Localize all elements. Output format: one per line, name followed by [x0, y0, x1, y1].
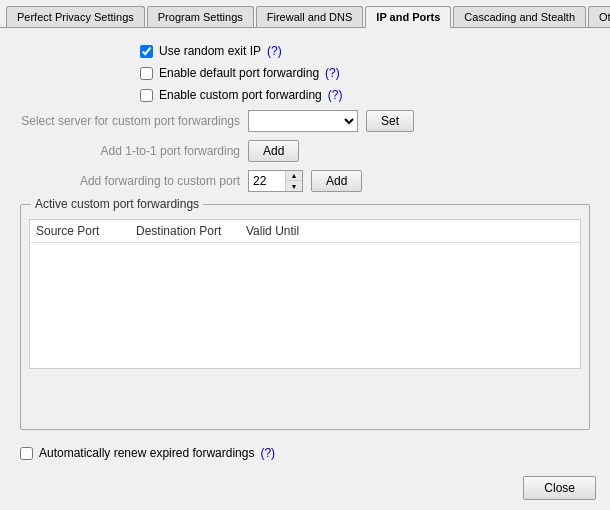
enable-custom-port-label: Enable custom port forwarding: [159, 88, 322, 102]
table-header: Source Port Destination Port Valid Until: [30, 220, 580, 243]
add-1to1-row: Add 1-to-1 port forwarding Add: [20, 140, 590, 162]
default-port-row: Enable default port forwarding (?): [140, 66, 590, 80]
tab-perfect-privacy-settings[interactable]: Perfect Privacy Settings: [6, 6, 145, 27]
footer: Close: [0, 470, 610, 510]
auto-renew-checkbox[interactable]: [20, 447, 33, 460]
enable-default-port-checkbox[interactable]: [140, 67, 153, 80]
custom-port-row: Enable custom port forwarding (?): [140, 88, 590, 102]
col-destination-port: Destination Port: [136, 224, 246, 238]
use-random-exit-checkbox[interactable]: [140, 45, 153, 58]
col-source-port: Source Port: [36, 224, 136, 238]
window: Perfect Privacy Settings Program Setting…: [0, 0, 610, 510]
group-legend: Active custom port forwardings: [31, 197, 203, 211]
server-select-row: Select server for custom port forwarding…: [20, 110, 590, 132]
enable-custom-port-checkbox[interactable]: [140, 89, 153, 102]
random-exit-help[interactable]: (?): [267, 44, 282, 58]
port-value-input[interactable]: [249, 171, 285, 191]
col-valid-until: Valid Until: [246, 224, 574, 238]
add-custom-port-label: Add forwarding to custom port: [20, 174, 240, 188]
add-1to1-label: Add 1-to-1 port forwarding: [20, 144, 240, 158]
use-random-exit-label: Use random exit IP: [159, 44, 261, 58]
tab-ip-and-ports[interactable]: IP and Ports: [365, 6, 451, 28]
auto-renew-row: Automatically renew expired forwardings …: [20, 446, 590, 460]
content-area: Use random exit IP (?) Enable default po…: [0, 28, 610, 470]
add-1to1-button[interactable]: Add: [248, 140, 299, 162]
forwardings-table: Source Port Destination Port Valid Until: [29, 219, 581, 369]
add-custom-port-row: Add forwarding to custom port ▲ ▼ Add: [20, 170, 590, 192]
spin-down-button[interactable]: ▼: [286, 181, 302, 191]
tab-other[interactable]: Other: [588, 6, 610, 27]
server-select-label: Select server for custom port forwarding…: [20, 114, 240, 128]
tab-program-settings[interactable]: Program Settings: [147, 6, 254, 27]
tab-bar: Perfect Privacy Settings Program Setting…: [0, 0, 610, 28]
spin-buttons: ▲ ▼: [285, 171, 302, 191]
auto-renew-help[interactable]: (?): [260, 446, 275, 460]
active-forwardings-group: Active custom port forwardings Source Po…: [20, 204, 590, 430]
spin-up-button[interactable]: ▲: [286, 171, 302, 181]
add-custom-port-button[interactable]: Add: [311, 170, 362, 192]
auto-renew-label: Automatically renew expired forwardings: [39, 446, 254, 460]
server-set-button[interactable]: Set: [366, 110, 414, 132]
custom-port-help[interactable]: (?): [328, 88, 343, 102]
default-port-help[interactable]: (?): [325, 66, 340, 80]
port-spinbox: ▲ ▼: [248, 170, 303, 192]
tab-cascading-stealth[interactable]: Cascading and Stealth: [453, 6, 586, 27]
server-select-dropdown[interactable]: [248, 110, 358, 132]
close-button[interactable]: Close: [523, 476, 596, 500]
tab-firewall-dns[interactable]: Firewall and DNS: [256, 6, 364, 27]
enable-default-port-label: Enable default port forwarding: [159, 66, 319, 80]
random-exit-row: Use random exit IP (?): [140, 44, 590, 58]
